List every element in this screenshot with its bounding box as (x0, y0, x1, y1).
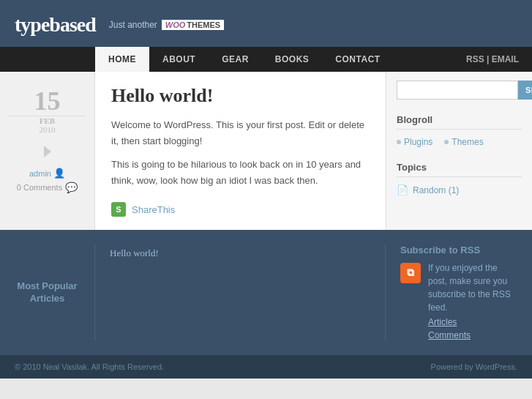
search-button[interactable]: SEARCH (518, 81, 532, 100)
nav-item-gear[interactable]: GEAR (209, 47, 262, 72)
rss-articles-link[interactable]: Articles (428, 317, 517, 327)
topics-item: 📄 Random (1) (397, 184, 522, 195)
footer-article-link[interactable]: Hello world! (110, 247, 159, 259)
post-title: Hello world! (111, 85, 213, 107)
post-comments-count[interactable]: 0 Comments 💬 (0, 182, 94, 193)
nav-item-books[interactable]: BOOKS (262, 47, 323, 72)
site-tagline: Just another WOOTHEMES (109, 20, 224, 30)
footer-popular-title: Most Popular Articles (15, 280, 80, 305)
blogroll-link-themes[interactable]: Themes (444, 137, 483, 147)
search-box: SEARCH (397, 81, 522, 100)
post-title-row: Hello world! (111, 85, 370, 117)
topics-random-link[interactable]: Random (1) (413, 185, 459, 195)
woo-themes-badge: WOOTHEMES (162, 20, 224, 30)
dot-icon (397, 140, 401, 144)
footer-widgets: Most Popular Articles Hello world! Subsc… (0, 230, 532, 355)
nav-item-about[interactable]: ABOUT (149, 47, 209, 72)
dot-icon-2 (444, 140, 449, 144)
person-icon: 👤 (53, 168, 65, 179)
site-header: typebased Just another WOOTHEMES (0, 0, 532, 47)
date-day: 15 (34, 86, 61, 116)
footer-rss-col: Subscribe to RSS ⧉ If you enjoyed the po… (386, 245, 532, 340)
rss-icon: ⧉ (400, 263, 421, 283)
sidebar: SEARCH Blogroll Plugins Themes Topics 📄 (386, 72, 532, 230)
blogroll-link-plugins[interactable]: Plugins (397, 137, 432, 147)
rss-comments-link[interactable]: Comments (428, 330, 517, 340)
post-paragraph-2: This is going to be hilarious to look ba… (111, 157, 370, 189)
search-input[interactable] (397, 81, 518, 100)
rss-description: If you enjoyed the post, make sure you s… (428, 261, 517, 340)
post-arrow-icon (44, 146, 51, 157)
share-this-button[interactable]: S ShareThis (111, 202, 370, 217)
date-year: 2010 (9, 125, 86, 134)
post-paragraph-1: Welcome to WordPress. This is your first… (111, 117, 370, 149)
site-logo[interactable]: typebased (15, 13, 96, 37)
page-icon: 📄 (397, 184, 408, 195)
post-body: Welcome to WordPress. This is your first… (111, 117, 370, 189)
footer-popular-col: Most Popular Articles (0, 245, 95, 340)
left-column: 15 FEB 2010 admin 👤 0 Comments 💬 (0, 72, 95, 230)
comment-icon: 💬 (65, 182, 78, 193)
nav-item-contact[interactable]: CONTACT (322, 47, 393, 72)
search-section: SEARCH (397, 81, 522, 100)
rss-block: ⧉ If you enjoyed the post, make sure you… (400, 261, 517, 340)
topics-section: Topics 📄 Random (1) (397, 162, 522, 195)
main-nav: HOME ABOUT GEAR BOOKS CONTACT RSS | EMAI… (0, 47, 532, 72)
blogroll-links: Plugins Themes (397, 137, 522, 147)
date-month: FEB (9, 116, 86, 125)
page-wrapper: 15 FEB 2010 admin 👤 0 Comments 💬 Hello w… (0, 72, 532, 230)
post-content: Hello world! Welcome to WordPress. This … (95, 72, 386, 230)
nav-item-home[interactable]: HOME (95, 47, 149, 72)
footer-articles-col: Hello world! (95, 245, 386, 340)
footer-copyright: © 2010 Neal Vasilak. All Rights Reserved… (15, 362, 164, 371)
rss-text: If you enjoyed the post, make sure you s… (428, 263, 511, 313)
rss-symbol: ⧉ (407, 267, 414, 279)
blogroll-section: Blogroll Plugins Themes (397, 114, 522, 147)
footer-powered-by: Powered by WordPress. (431, 362, 517, 371)
nav-rss[interactable]: RSS | EMAIL (453, 47, 532, 72)
topics-title: Topics (397, 162, 522, 177)
footer-rss-title: Subscribe to RSS (400, 245, 517, 256)
post-author[interactable]: admin 👤 (0, 168, 94, 179)
share-icon: S (111, 202, 126, 217)
footer-bar: © 2010 Neal Vasilak. All Rights Reserved… (0, 355, 532, 379)
post-date: 15 FEB 2010 (0, 72, 94, 141)
blogroll-title: Blogroll (397, 114, 522, 130)
